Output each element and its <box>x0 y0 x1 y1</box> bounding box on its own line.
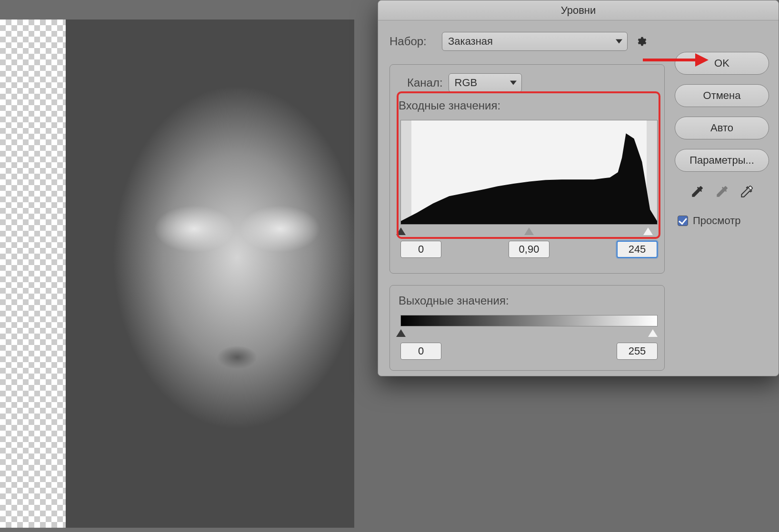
channel-dropdown[interactable]: RGB <box>449 73 522 92</box>
preset-value: Заказная <box>448 35 493 48</box>
preset-row: Набор: Заказная <box>390 32 767 51</box>
input-group: Канал: RGB Входные значения: 0 0,90 <box>390 64 665 274</box>
preview-row: Просмотр <box>675 215 769 227</box>
preview-label: Просмотр <box>693 215 740 227</box>
document-image <box>66 20 354 528</box>
eyedropper-black-icon[interactable] <box>689 184 705 199</box>
input-gamma-field[interactable]: 0,90 <box>509 241 549 258</box>
canvas-area <box>0 20 354 528</box>
preset-label: Набор: <box>390 35 434 48</box>
output-white-field[interactable]: 255 <box>617 343 658 360</box>
input-white-field[interactable]: 245 <box>617 241 658 258</box>
black-point-slider[interactable] <box>396 227 406 235</box>
channel-row: Канал: RGB <box>407 73 656 92</box>
dialog-body: Набор: Заказная Канал: RGB Входные значе… <box>378 20 779 376</box>
options-button[interactable]: Параметры... <box>675 149 769 172</box>
chevron-down-icon <box>616 39 622 44</box>
output-white-slider[interactable] <box>648 329 658 337</box>
output-values-row: 0 255 <box>400 343 658 360</box>
ok-button[interactable]: OK <box>675 52 769 75</box>
output-levels-label: Выходные значения: <box>399 294 656 307</box>
input-values-row: 0 0,90 245 <box>400 241 658 258</box>
dialog-title: Уровни <box>378 0 779 20</box>
output-group: Выходные значения: 0 255 <box>390 285 665 371</box>
channel-label: Канал: <box>407 76 443 89</box>
dialog-right-column: OK Отмена Авто Параметры... Просмотр <box>675 52 769 227</box>
eyedroppers-row <box>675 184 769 199</box>
auto-button[interactable]: Авто <box>675 117 769 139</box>
preview-checkbox[interactable] <box>678 216 688 226</box>
histogram <box>400 120 658 225</box>
input-slider-track[interactable] <box>400 227 658 235</box>
input-black-field[interactable]: 0 <box>400 241 441 258</box>
output-black-slider[interactable] <box>396 329 406 337</box>
gear-icon[interactable] <box>635 36 647 47</box>
input-levels-label: Входные значения: <box>399 99 656 112</box>
output-slider-track[interactable] <box>400 329 658 337</box>
channel-value: RGB <box>455 77 478 89</box>
cancel-button[interactable]: Отмена <box>675 84 769 107</box>
levels-dialog: Уровни Набор: Заказная Канал: RGB Входны… <box>378 0 779 376</box>
histogram-svg <box>401 120 657 224</box>
output-black-field[interactable]: 0 <box>400 343 441 360</box>
eyedropper-white-icon[interactable] <box>739 184 754 199</box>
midtone-slider[interactable] <box>524 227 534 235</box>
chevron-down-icon <box>510 81 517 85</box>
output-gradient <box>400 315 658 326</box>
eyedropper-gray-icon[interactable] <box>714 184 729 199</box>
preset-dropdown[interactable]: Заказная <box>442 32 628 51</box>
white-point-slider[interactable] <box>643 227 653 235</box>
